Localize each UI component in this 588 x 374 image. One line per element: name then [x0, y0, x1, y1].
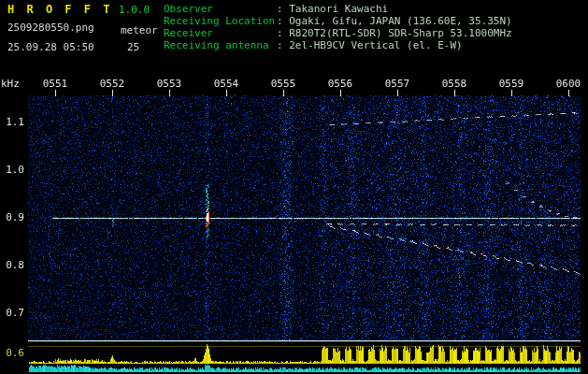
app-title: H R O F F T: [7, 3, 112, 16]
output-filename: 2509280550.png: [7, 22, 94, 34]
time-label-0551: 0551: [43, 79, 68, 89]
info-value-antenna: : 2el-HB9CV Vertical (el. E-W): [277, 39, 463, 51]
time-label-0600: 0600: [556, 79, 581, 89]
app-version: 1.0.0: [119, 4, 150, 16]
freq-label-0.9: 0.9: [0, 211, 24, 224]
freq-label-0.8: 0.8: [0, 259, 24, 272]
time-label-0552: 0552: [100, 79, 125, 89]
freq-label-1.1: 1.1: [0, 116, 24, 129]
count-label: 25: [127, 41, 139, 53]
mode-label: meteor: [121, 24, 158, 36]
time-label-0557: 0557: [385, 79, 410, 89]
info-row-receiver: Receiver: R820T2(RTL-SDR) SDR-Sharp 53.1…: [164, 28, 512, 39]
info-row-antenna: Receiving antenna: 2el-HB9CV Vertical (e…: [164, 40, 463, 51]
info-label-antenna: Receiving antenna: [164, 40, 277, 51]
info-label-observer: Observer: [164, 4, 277, 15]
freq-label-1.0: 1.0: [0, 164, 24, 177]
time-label-0558: 0558: [442, 79, 467, 89]
time-label-0555: 0555: [271, 79, 296, 89]
time-label-0556: 0556: [328, 79, 353, 89]
spectrogram-canvas: [0, 0, 588, 374]
info-label-location: Receiving Location: [164, 16, 277, 27]
freq-label-0.6: 0.6: [0, 347, 24, 360]
time-label-0553: 0553: [157, 79, 182, 89]
freq-unit-label: kHz: [1, 79, 20, 89]
hrofft-screen: H R O F F T 1.0.0 2509280550.png meteor …: [0, 0, 588, 374]
time-label-0559: 0559: [499, 79, 524, 89]
info-value-observer: : Takanori Kawachi: [277, 3, 388, 15]
info-value-receiver: : R820T2(RTL-SDR) SDR-Sharp 53.1000MHz: [277, 27, 512, 39]
info-label-receiver: Receiver: [164, 28, 277, 39]
info-row-location: Receiving Location: Ogaki, Gifu, JAPAN (…: [164, 16, 512, 27]
info-value-location: : Ogaki, Gifu, JAPAN (136.60E, 35.35N): [277, 15, 512, 27]
time-label-0554: 0554: [214, 79, 239, 89]
info-row-observer: Observer: Takanori Kawachi: [164, 4, 388, 15]
freq-label-0.7: 0.7: [0, 307, 24, 320]
datetime-label: 25.09.28 05:50: [7, 41, 94, 53]
